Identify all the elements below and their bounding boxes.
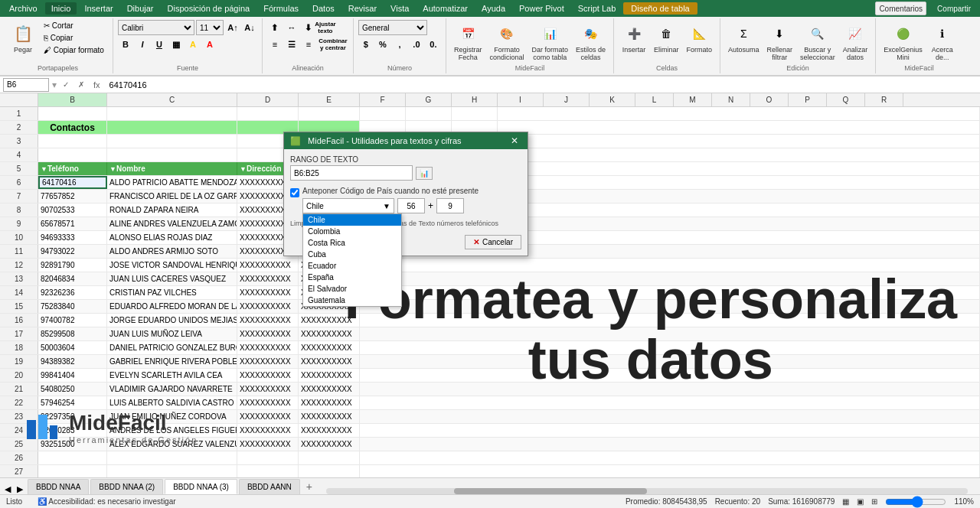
underline-button[interactable]: U	[152, 37, 167, 52]
col-header-F[interactable]: F	[360, 93, 406, 106]
zoom-slider[interactable]	[885, 496, 946, 508]
align-bottom-button[interactable]: ⬇	[301, 20, 316, 35]
cell-C13[interactable]: JUAN LUIS CACERES VASQUEZ	[107, 272, 237, 285]
col-header-O[interactable]: O	[750, 93, 789, 106]
sheet-tab-1[interactable]: BBDD NNAA	[28, 479, 89, 494]
autosuma-btn[interactable]: Σ Autosuma	[725, 20, 763, 55]
align-right-button[interactable]: ≡	[301, 37, 316, 52]
cell-C7[interactable]: FRANCISCO ARIEL DE LA OZ GARRIDO	[107, 190, 237, 203]
cell-rest22[interactable]	[360, 396, 980, 409]
decrease-font-button[interactable]: A↓	[242, 20, 257, 35]
cell-D16[interactable]: XXXXXXXXXX	[237, 314, 299, 327]
increase-font-button[interactable]: A↑	[225, 20, 240, 35]
cell-D14[interactable]: XXXXXXXXXX	[237, 286, 299, 299]
cell-C23[interactable]: JUAN EMILIO NUÑEZ CORDOVA	[107, 410, 237, 423]
col-header-G[interactable]: G	[406, 93, 452, 106]
cell-C15[interactable]: EDUARDO ALFREDO MORAN DE LA PAZ	[107, 300, 237, 313]
cell-G1[interactable]	[406, 107, 452, 120]
menu-powerpivot[interactable]: Power Pivot	[513, 2, 570, 15]
cell-B3[interactable]	[38, 135, 107, 148]
sheet-tab-4[interactable]: BBDD AANN	[239, 479, 300, 494]
sheet-tab-3[interactable]: BBDD NNAA (3)	[165, 479, 237, 494]
bold-button[interactable]: B	[118, 37, 133, 52]
menu-insertar[interactable]: Insertar	[78, 2, 119, 15]
align-middle-button[interactable]: ↔	[284, 20, 299, 35]
cell-D27[interactable]	[237, 465, 299, 478]
merge-center-button[interactable]: Combinar y centrar	[318, 37, 348, 52]
menu-formulas[interactable]: Fórmulas	[257, 2, 305, 15]
registrar-btn[interactable]: 📅 RegistrarFecha	[451, 20, 485, 63]
cell-C18[interactable]: DANIEL PATRICIO GONZALEZ BURGOS	[107, 341, 237, 354]
cell-C14[interactable]: CRISTIAN PAZ VILCHES	[107, 286, 237, 299]
cell-D17[interactable]: XXXXXXXXXX	[237, 327, 299, 340]
cell-rest21[interactable]	[360, 383, 980, 396]
col-header-M[interactable]: M	[674, 93, 712, 106]
col-header-Q[interactable]: Q	[827, 93, 865, 106]
cell-C16[interactable]: JORGE EDUARDO UNIDOS MEJIAS	[107, 314, 237, 327]
cell-rest19[interactable]	[360, 355, 980, 368]
col-header-N[interactable]: N	[712, 93, 750, 106]
percent-button[interactable]: $	[358, 37, 374, 52]
menu-datos[interactable]: Datos	[306, 2, 341, 15]
cell-E18[interactable]: XXXXXXXXXX	[299, 341, 360, 354]
cell-F1[interactable]	[360, 107, 406, 120]
col-header-B[interactable]: B	[38, 93, 107, 106]
comments-button[interactable]: Comentarios	[875, 2, 926, 15]
sheet-tab-2[interactable]: BBDD NNAA (2)	[90, 479, 163, 494]
midefacil-dialog[interactable]: 🟩 MideFacil - Utilidades para textos y c…	[283, 132, 528, 256]
cell-rest16[interactable]	[360, 314, 980, 327]
menu-vista[interactable]: Vista	[384, 2, 415, 15]
cell-C26[interactable]	[107, 451, 237, 464]
cell-E17[interactable]: XXXXXXXXXX	[299, 327, 360, 340]
cell-C27[interactable]	[107, 465, 237, 478]
cell-rest18[interactable]	[360, 341, 980, 354]
option-elsalvador[interactable]: El Salvador	[303, 283, 401, 295]
cell-B12[interactable]: 92891790	[38, 259, 107, 272]
country-dropdown-list[interactable]: Chile Colombia Costa Rica Cuba Ecuador E…	[302, 213, 402, 307]
formula-cancel-button[interactable]: ✗	[75, 80, 87, 89]
col-header-D[interactable]: D	[237, 93, 299, 106]
menu-scriptlab[interactable]: Script Lab	[572, 2, 622, 15]
cell-D1[interactable]	[237, 107, 299, 120]
format-painter-button[interactable]: 🖌 Copiar formato	[40, 44, 108, 56]
cell-E26[interactable]	[299, 451, 360, 464]
cell-C20[interactable]: EVELYN SCARLETH AVILA CEA	[107, 369, 237, 382]
cell-B14[interactable]: 92326236	[38, 286, 107, 299]
dialog-close-button[interactable]: ✕	[508, 135, 521, 146]
cell-B15[interactable]: 75283840	[38, 300, 107, 313]
insert-btn[interactable]: ➕ Insertar	[619, 20, 649, 55]
cell-B19[interactable]: 94389382	[38, 355, 107, 368]
scrollbar-thumb[interactable]	[454, 488, 646, 494]
col-header-C[interactable]: C	[107, 93, 237, 106]
cell-B22[interactable]: 57946254	[38, 396, 107, 409]
cell-rest17[interactable]	[360, 327, 980, 340]
cell-C4[interactable]	[107, 148, 237, 161]
cell-B4[interactable]	[38, 148, 107, 161]
cell-rest4[interactable]	[498, 148, 980, 161]
col-header-R[interactable]: R	[865, 93, 903, 106]
cell-C25[interactable]: ALEX EDGARDO SUAREZ VALENZUELA	[107, 438, 237, 451]
cell-B11[interactable]: 94793022	[38, 245, 107, 258]
option-costarica[interactable]: Costa Rica	[303, 237, 401, 249]
sheet-scroll-left[interactable]: ◀	[3, 484, 12, 494]
cell-B17[interactable]: 85299508	[38, 327, 107, 340]
cell-reference-input[interactable]	[3, 78, 49, 92]
rellenar-btn[interactable]: ⬇ Rellenarfiltrar	[764, 20, 796, 63]
cell-rest23[interactable]	[360, 410, 980, 423]
area-code-input[interactable]	[436, 198, 464, 213]
cell-rest25[interactable]	[360, 438, 980, 451]
country-select-display[interactable]: Chile ▼	[302, 198, 394, 213]
italic-button[interactable]: I	[135, 37, 150, 52]
range-input[interactable]	[290, 165, 413, 181]
cell-C11[interactable]: ALDO ANDRES ARMIJO SOTO	[107, 245, 237, 258]
cell-C1[interactable]	[107, 107, 237, 120]
cell-D23[interactable]: XXXXXXXXXX	[237, 410, 299, 423]
cell-rest20[interactable]	[360, 369, 980, 382]
cell-E22[interactable]: XXXXXXXXXX	[299, 396, 360, 409]
format-btn[interactable]: 📐 Formato	[684, 20, 716, 55]
delete-btn[interactable]: 🗑 Eliminar	[651, 20, 682, 55]
cell-E19[interactable]: XXXXXXXXXX	[299, 355, 360, 368]
border-button[interactable]: ▦	[168, 37, 184, 52]
col-header-H[interactable]: H	[452, 93, 498, 106]
option-chile[interactable]: Chile	[303, 214, 401, 226]
